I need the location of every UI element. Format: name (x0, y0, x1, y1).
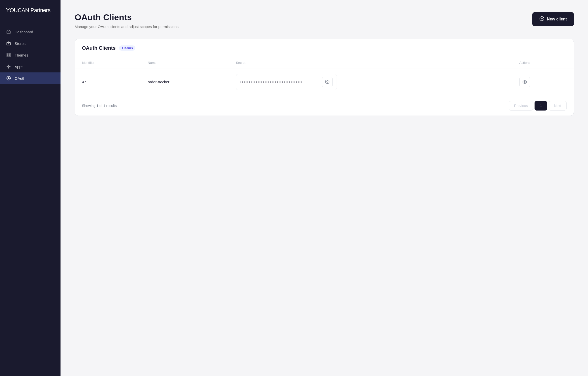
svg-point-10 (7, 66, 8, 67)
page-1-button[interactable]: 1 (535, 101, 547, 111)
sidebar-item-apps-label: Apps (15, 65, 23, 69)
page-header: OAuth Clients Manage your OAuth clients … (75, 12, 574, 29)
cell-name: order-tracker (141, 68, 229, 96)
svg-rect-6 (7, 56, 8, 57)
hide-secret-button[interactable] (322, 77, 333, 87)
apps-icon (6, 64, 11, 69)
home-icon (6, 29, 11, 34)
oauth-clients-table: Identifier Name Secret Actions 47 order-… (75, 57, 574, 96)
items-badge: 1 items (119, 45, 135, 51)
svg-rect-5 (9, 56, 10, 57)
page-title: OAuth Clients (75, 12, 180, 22)
svg-point-12 (8, 78, 9, 78)
col-identifier: Identifier (75, 57, 141, 68)
eye-icon (522, 80, 527, 84)
sidebar: YOUCAN Partners Dashboard Stor (0, 0, 61, 376)
new-client-button[interactable]: New client (532, 12, 574, 26)
sidebar-item-dashboard-label: Dashboard (15, 30, 33, 34)
logo: YOUCAN Partners (0, 0, 61, 22)
cell-secret: •••••••••••••••••••••••••••••••••••• (229, 68, 512, 96)
themes-icon (6, 52, 11, 58)
sidebar-item-stores-label: Stores (15, 41, 25, 46)
sidebar-item-dashboard[interactable]: Dashboard (0, 26, 61, 38)
card-header: OAuth Clients 1 items (75, 39, 574, 57)
secret-input-wrap: •••••••••••••••••••••••••••••••••••• (236, 74, 337, 90)
view-secret-button[interactable] (519, 77, 530, 87)
table-body: 47 order-tracker •••••••••••••••••••••••… (75, 68, 574, 96)
sidebar-item-themes-label: Themes (15, 53, 28, 57)
brand-bold: YOUCAN (6, 7, 29, 13)
brand-name: YOUCAN Partners (6, 7, 54, 14)
main-content: OAuth Clients Manage your OAuth clients … (61, 0, 588, 376)
col-secret: Secret (229, 57, 512, 68)
page-subtitle: Manage your OAuth clients and adjust sco… (75, 24, 180, 29)
sidebar-item-oauth[interactable]: OAuth (0, 72, 61, 84)
page-header-text: OAuth Clients Manage your OAuth clients … (75, 12, 180, 29)
card-title: OAuth Clients (82, 45, 115, 51)
pagination: Previous 1 Next (509, 101, 567, 111)
sidebar-item-stores[interactable]: Stores (0, 38, 61, 49)
svg-rect-4 (9, 53, 10, 55)
svg-rect-3 (7, 53, 8, 55)
svg-point-11 (10, 66, 10, 67)
cell-actions (512, 68, 574, 96)
cell-identifier: 47 (75, 68, 141, 96)
previous-button[interactable]: Previous (509, 101, 533, 111)
sidebar-item-apps[interactable]: Apps (0, 61, 61, 72)
oauth-icon (6, 76, 11, 81)
col-actions: Actions (512, 57, 574, 68)
plus-circle-icon (539, 16, 544, 22)
sidebar-nav: Dashboard Stores (0, 22, 61, 376)
table-row: 47 order-tracker •••••••••••••••••••••••… (75, 68, 574, 96)
sidebar-item-themes[interactable]: Themes (0, 49, 61, 61)
svg-point-9 (8, 68, 9, 68)
next-button[interactable]: Next (549, 101, 567, 111)
secret-dots: •••••••••••••••••••••••••••••••••••• (240, 80, 319, 84)
svg-point-8 (8, 65, 9, 66)
card-footer: Showing 1 of 1 results Previous 1 Next (75, 96, 574, 116)
sidebar-item-oauth-label: OAuth (15, 76, 25, 80)
secret-cell: •••••••••••••••••••••••••••••••••••• (236, 74, 505, 90)
table-header: Identifier Name Secret Actions (75, 57, 574, 68)
store-icon (6, 41, 11, 46)
showing-text: Showing 1 of 1 results (82, 104, 117, 108)
oauth-clients-card: OAuth Clients 1 items Identifier Name Se… (75, 39, 574, 116)
col-name: Name (141, 57, 229, 68)
svg-point-17 (524, 82, 525, 83)
eye-off-icon (325, 80, 330, 84)
new-client-btn-label: New client (547, 17, 567, 21)
brand-regular: Partners (29, 7, 50, 13)
svg-point-7 (8, 66, 9, 67)
